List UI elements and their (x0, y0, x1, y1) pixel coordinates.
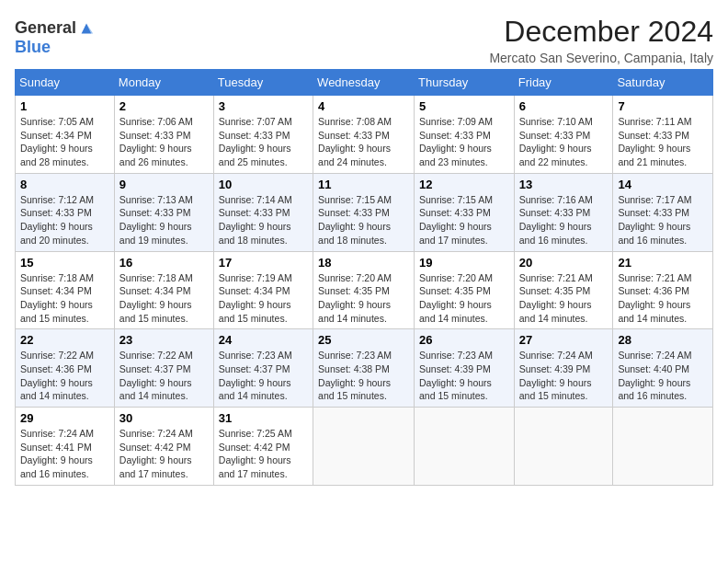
day-number: 16 (119, 256, 209, 270)
day-number: 31 (219, 411, 308, 425)
calendar-cell: 13Sunrise: 7:16 AMSunset: 4:33 PMDayligh… (514, 173, 613, 251)
day-number: 8 (20, 178, 109, 191)
calendar-cell: 4Sunrise: 7:08 AMSunset: 4:33 PMDaylight… (313, 96, 415, 174)
day-info: Sunrise: 7:14 AMSunset: 4:33 PMDaylight:… (219, 193, 308, 247)
calendar-cell: 5Sunrise: 7:09 AMSunset: 4:33 PMDaylight… (415, 96, 515, 174)
day-info: Sunrise: 7:23 AMSunset: 4:39 PMDaylight:… (419, 349, 509, 403)
day-info: Sunrise: 7:20 AMSunset: 4:35 PMDaylight:… (318, 271, 409, 326)
logo-icon (78, 20, 95, 37)
day-number: 1 (20, 99, 109, 113)
svg-marker-0 (82, 23, 92, 33)
day-info: Sunrise: 7:20 AMSunset: 4:35 PMDaylight:… (419, 271, 509, 326)
day-number: 11 (318, 178, 409, 191)
calendar-cell: 8Sunrise: 7:12 AMSunset: 4:33 PMDaylight… (16, 173, 115, 251)
day-number: 27 (519, 333, 609, 347)
day-info: Sunrise: 7:06 AMSunset: 4:33 PMDaylight:… (119, 115, 209, 169)
calendar-cell: 11Sunrise: 7:15 AMSunset: 4:33 PMDayligh… (313, 173, 415, 251)
day-number: 10 (219, 178, 308, 191)
day-number: 23 (119, 333, 209, 347)
day-number: 2 (119, 99, 209, 113)
header-monday: Monday (114, 70, 213, 96)
day-number: 28 (618, 333, 708, 347)
calendar-cell: 12Sunrise: 7:15 AMSunset: 4:33 PMDayligh… (415, 173, 515, 251)
logo: General Blue (15, 18, 95, 57)
location-title: Mercato San Severino, Campania, Italy (489, 51, 713, 65)
day-info: Sunrise: 7:18 AMSunset: 4:34 PMDaylight:… (20, 271, 109, 326)
day-number: 17 (219, 256, 308, 270)
calendar-cell: 19Sunrise: 7:20 AMSunset: 4:35 PMDayligh… (415, 251, 515, 329)
calendar-cell: 28Sunrise: 7:24 AMSunset: 4:40 PMDayligh… (613, 329, 713, 408)
day-number: 12 (419, 178, 509, 191)
calendar-week-row: 22Sunrise: 7:22 AMSunset: 4:36 PMDayligh… (16, 329, 713, 408)
day-number: 5 (419, 99, 509, 113)
calendar-cell (613, 408, 713, 486)
day-number: 21 (618, 256, 708, 270)
day-info: Sunrise: 7:13 AMSunset: 4:33 PMDaylight:… (119, 193, 209, 247)
title-block: December 2024 Mercato San Severino, Camp… (489, 15, 713, 65)
day-number: 13 (519, 178, 609, 191)
day-number: 4 (318, 99, 409, 113)
header-saturday: Saturday (613, 70, 713, 96)
calendar-cell: 3Sunrise: 7:07 AMSunset: 4:33 PMDaylight… (213, 96, 313, 174)
page-header: General Blue December 2024 Mercato San S… (15, 15, 713, 65)
day-info: Sunrise: 7:22 AMSunset: 4:37 PMDaylight:… (119, 349, 209, 403)
calendar-cell: 10Sunrise: 7:14 AMSunset: 4:33 PMDayligh… (213, 173, 313, 251)
day-info: Sunrise: 7:09 AMSunset: 4:33 PMDaylight:… (419, 115, 509, 169)
calendar-cell: 24Sunrise: 7:23 AMSunset: 4:37 PMDayligh… (213, 329, 313, 408)
calendar-cell (313, 408, 415, 486)
day-number: 18 (318, 256, 409, 270)
day-info: Sunrise: 7:24 AMSunset: 4:39 PMDaylight:… (519, 349, 609, 403)
calendar-cell: 29Sunrise: 7:24 AMSunset: 4:41 PMDayligh… (16, 408, 115, 486)
header-friday: Friday (514, 70, 613, 96)
day-info: Sunrise: 7:24 AMSunset: 4:42 PMDaylight:… (119, 427, 209, 481)
calendar-cell: 27Sunrise: 7:24 AMSunset: 4:39 PMDayligh… (514, 329, 613, 408)
calendar-week-row: 8Sunrise: 7:12 AMSunset: 4:33 PMDaylight… (16, 173, 713, 251)
day-number: 26 (419, 333, 509, 347)
calendar-cell: 1Sunrise: 7:05 AMSunset: 4:34 PMDaylight… (16, 96, 115, 174)
day-info: Sunrise: 7:11 AMSunset: 4:33 PMDaylight:… (618, 115, 708, 169)
day-info: Sunrise: 7:15 AMSunset: 4:33 PMDaylight:… (419, 193, 509, 247)
day-number: 24 (219, 333, 308, 347)
header-tuesday: Tuesday (213, 70, 313, 96)
day-info: Sunrise: 7:23 AMSunset: 4:37 PMDaylight:… (219, 349, 308, 403)
day-info: Sunrise: 7:23 AMSunset: 4:38 PMDaylight:… (318, 349, 409, 403)
calendar-cell: 17Sunrise: 7:19 AMSunset: 4:34 PMDayligh… (213, 251, 313, 329)
calendar-header-row: SundayMondayTuesdayWednesdayThursdayFrid… (16, 70, 713, 96)
day-number: 22 (20, 333, 109, 347)
calendar-cell: 6Sunrise: 7:10 AMSunset: 4:33 PMDaylight… (514, 96, 613, 174)
calendar-cell: 26Sunrise: 7:23 AMSunset: 4:39 PMDayligh… (415, 329, 515, 408)
calendar-week-row: 1Sunrise: 7:05 AMSunset: 4:34 PMDaylight… (16, 96, 713, 174)
day-info: Sunrise: 7:21 AMSunset: 4:35 PMDaylight:… (519, 271, 609, 326)
day-number: 6 (519, 99, 609, 113)
calendar-cell: 30Sunrise: 7:24 AMSunset: 4:42 PMDayligh… (114, 408, 213, 486)
calendar-week-row: 29Sunrise: 7:24 AMSunset: 4:41 PMDayligh… (16, 408, 713, 486)
calendar-cell: 21Sunrise: 7:21 AMSunset: 4:36 PMDayligh… (613, 251, 713, 329)
calendar-cell: 23Sunrise: 7:22 AMSunset: 4:37 PMDayligh… (114, 329, 213, 408)
day-number: 25 (318, 333, 409, 347)
day-info: Sunrise: 7:15 AMSunset: 4:33 PMDaylight:… (318, 193, 409, 247)
day-info: Sunrise: 7:12 AMSunset: 4:33 PMDaylight:… (20, 193, 109, 247)
calendar-cell: 16Sunrise: 7:18 AMSunset: 4:34 PMDayligh… (114, 251, 213, 329)
day-info: Sunrise: 7:22 AMSunset: 4:36 PMDaylight:… (20, 349, 109, 403)
day-info: Sunrise: 7:25 AMSunset: 4:42 PMDaylight:… (219, 427, 308, 481)
header-wednesday: Wednesday (313, 70, 415, 96)
day-info: Sunrise: 7:10 AMSunset: 4:33 PMDaylight:… (519, 115, 609, 169)
day-info: Sunrise: 7:08 AMSunset: 4:33 PMDaylight:… (318, 115, 409, 169)
calendar-table: SundayMondayTuesdayWednesdayThursdayFrid… (15, 69, 713, 486)
calendar-cell: 15Sunrise: 7:18 AMSunset: 4:34 PMDayligh… (16, 251, 115, 329)
calendar-cell: 14Sunrise: 7:17 AMSunset: 4:33 PMDayligh… (613, 173, 713, 251)
day-number: 30 (119, 411, 209, 425)
day-number: 3 (219, 99, 308, 113)
calendar-cell: 2Sunrise: 7:06 AMSunset: 4:33 PMDaylight… (114, 96, 213, 174)
calendar-cell: 22Sunrise: 7:22 AMSunset: 4:36 PMDayligh… (16, 329, 115, 408)
calendar-cell: 20Sunrise: 7:21 AMSunset: 4:35 PMDayligh… (514, 251, 613, 329)
calendar-cell (415, 408, 515, 486)
calendar-cell: 18Sunrise: 7:20 AMSunset: 4:35 PMDayligh… (313, 251, 415, 329)
header-thursday: Thursday (415, 70, 515, 96)
calendar-cell: 9Sunrise: 7:13 AMSunset: 4:33 PMDaylight… (114, 173, 213, 251)
day-info: Sunrise: 7:18 AMSunset: 4:34 PMDaylight:… (119, 271, 209, 326)
calendar-cell: 25Sunrise: 7:23 AMSunset: 4:38 PMDayligh… (313, 329, 415, 408)
day-info: Sunrise: 7:17 AMSunset: 4:33 PMDaylight:… (618, 193, 708, 247)
day-info: Sunrise: 7:19 AMSunset: 4:34 PMDaylight:… (219, 271, 308, 326)
logo-blue: Blue (15, 38, 51, 57)
